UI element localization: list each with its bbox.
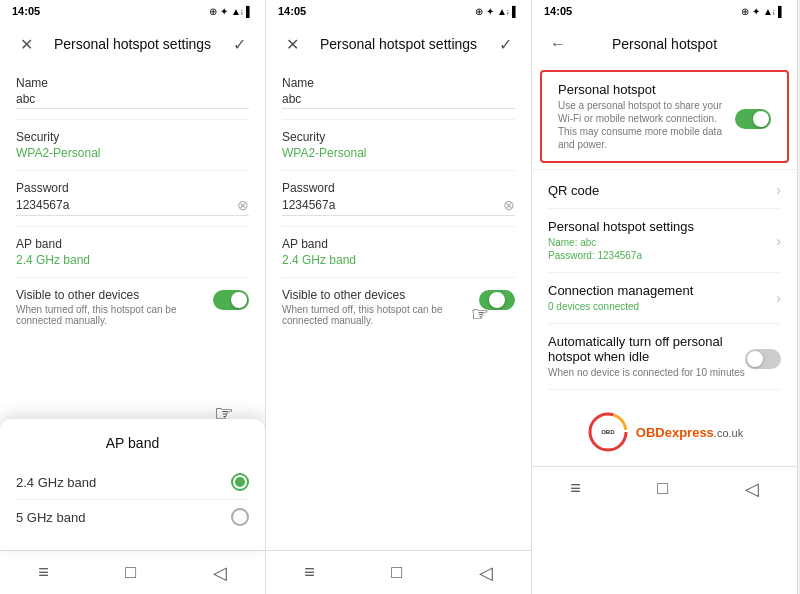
security-label: Security [16,130,249,144]
bottom-nav-3: ≡ □ ◁ [532,466,797,510]
obd-domain-text: .co.uk [714,427,743,439]
close-icon-2[interactable]: ✕ [280,35,304,54]
screen-title-3: Personal hotspot [570,36,759,52]
back-icon-2[interactable]: ◁ [479,562,493,584]
name-label-2: Name [282,76,515,90]
apband-value-2: 2.4 GHz band [282,253,515,267]
status-icons-2: ⊕ ✦ ▲ᵢ ▌ [475,6,519,17]
battery-icon: ▌ [246,6,253,17]
visible-sub-2: When turned off, this hotspot can be con… [282,304,471,326]
obd-text-group: OBDexpress.co.uk [636,423,743,441]
apband-value: 2.4 GHz band [16,253,249,267]
screen-title-2: Personal hotspot settings [304,36,493,52]
hotspot-toggle-sub: Use a personal hotspot to share your Wi-… [558,99,735,151]
panel-1: 14:05 ⊕ ✦ ▲ᵢ ▌ ✕ Personal hotspot settin… [0,0,266,594]
band-5-radio[interactable] [231,508,249,526]
signal-icon-2: ▲ᵢ [497,6,509,17]
back-icon-3[interactable]: ← [546,35,570,53]
top-bar-2: ✕ Personal hotspot settings ✓ [266,22,531,66]
security-field[interactable]: Security WPA2-Personal [0,120,265,170]
hotspot-toggle-switch[interactable] [735,109,771,129]
name-input[interactable] [16,92,249,106]
apband-label: AP band [16,237,249,251]
back-icon-nav-3[interactable]: ◁ [745,478,759,500]
visible-label-2: Visible to other devices [282,288,471,302]
hotspot-toggle-title: Personal hotspot [558,82,735,97]
password-input-2[interactable] [282,198,503,212]
menu-icon-3[interactable]: ≡ [570,478,581,499]
signal-icon: ▲ᵢ [231,6,243,17]
home-icon-1[interactable]: □ [125,562,136,583]
qr-chevron-icon: › [776,182,781,198]
password-field-2: Password ⊗ [266,171,531,226]
apband-field-2[interactable]: AP band 2.4 GHz band [266,227,531,277]
close-icon-1[interactable]: ✕ [14,35,38,54]
visible-field-2: Visible to other devices When turned off… [266,278,531,336]
battery-icon-3: ▌ [778,6,785,17]
panel-3: 14:05 ⊕ ✦ ▲ᵢ ▌ ← Personal hotspot Person… [532,0,798,594]
obd-logo-area: OBD OBDexpress.co.uk [532,398,797,466]
name-field-2: Name [266,66,531,119]
auto-off-toggle[interactable] [745,349,781,369]
hotspot-settings-title: Personal hotspot settings [548,219,776,234]
hotspot-toggle-row: Personal hotspot Use a personal hotspot … [542,72,787,161]
connection-mgmt-sub: 0 devices connected [548,300,776,313]
back-icon-1[interactable]: ◁ [213,562,227,584]
bluetooth-icon: ✦ [220,6,228,17]
status-icons-3: ⊕ ✦ ▲ᵢ ▌ [741,6,785,17]
security-value-2: WPA2-Personal [282,146,515,160]
security-label-2: Security [282,130,515,144]
bottom-nav-2: ≡ □ ◁ [266,550,531,594]
visible-toggle-2[interactable] [479,290,515,310]
band-24-label: 2.4 GHz band [16,475,96,490]
check-icon-2[interactable]: ✓ [493,35,517,54]
clear-password-icon-2[interactable]: ⊗ [503,197,515,213]
band-24-item[interactable]: 2.4 GHz band [16,465,249,499]
hotspot-settings-row[interactable]: Personal hotspot settings Name: abcPassw… [532,209,797,272]
top-bar-3: ← Personal hotspot [532,22,797,66]
screen-title-1: Personal hotspot settings [38,36,227,52]
visible-label: Visible to other devices [16,288,205,302]
security-field-2[interactable]: Security WPA2-Personal [266,120,531,170]
name-field: Name [0,66,265,119]
apband-field[interactable]: AP band 2.4 GHz band [0,227,265,277]
home-icon-3[interactable]: □ [657,478,668,499]
home-icon-2[interactable]: □ [391,562,402,583]
connection-mgmt-title: Connection management [548,283,776,298]
obd-circle-container: OBD [586,410,630,454]
clear-password-icon[interactable]: ⊗ [237,197,249,213]
hotspot-settings-sub: Name: abcPassword: 1234567a [548,236,776,262]
ap-band-sheet: AP band 2.4 GHz band 5 GHz band ☞ [0,419,265,550]
name-input-2[interactable] [282,92,515,106]
check-icon-1[interactable]: ✓ [227,35,251,54]
password-label-2: Password [282,181,515,195]
menu-icon-1[interactable]: ≡ [38,562,49,583]
bottom-nav-1: ≡ □ ◁ [0,550,265,594]
name-label: Name [16,76,249,90]
status-bar-2: 14:05 ⊕ ✦ ▲ᵢ ▌ [266,0,531,22]
password-field: Password ⊗ [0,171,265,226]
connection-mgmt-row[interactable]: Connection management 0 devices connecte… [532,273,797,323]
password-input[interactable] [16,198,237,212]
band-5-item[interactable]: 5 GHz band [16,500,249,534]
visible-toggle-1[interactable] [213,290,249,310]
hotspot-highlight-box: Personal hotspot Use a personal hotspot … [540,70,789,163]
band-24-radio[interactable] [231,473,249,491]
panel-2: 14:05 ⊕ ✦ ▲ᵢ ▌ ✕ Personal hotspot settin… [266,0,532,594]
auto-off-title: Automatically turn off personal hotspot … [548,334,745,364]
menu-icon-2[interactable]: ≡ [304,562,315,583]
password-label: Password [16,181,249,195]
status-icons-1: ⊕ ✦ ▲ᵢ ▌ [209,6,253,17]
bluetooth-icon-2: ✦ [486,6,494,17]
time-3: 14:05 [544,5,572,17]
bluetooth-icon-3: ✦ [752,6,760,17]
auto-off-sub: When no device is connected for 10 minut… [548,366,745,379]
top-bar-1: ✕ Personal hotspot settings ✓ [0,22,265,66]
security-value: WPA2-Personal [16,146,249,160]
status-bar-3: 14:05 ⊕ ✦ ▲ᵢ ▌ [532,0,797,22]
time-1: 14:05 [12,5,40,17]
qr-code-row[interactable]: QR code › [532,172,797,208]
apband-label-2: AP band [282,237,515,251]
connection-chevron-icon: › [776,290,781,306]
ap-band-title: AP band [16,435,249,451]
